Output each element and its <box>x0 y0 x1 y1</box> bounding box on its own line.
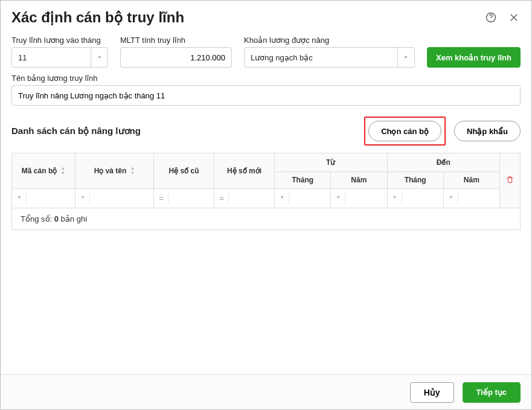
chevron-down-icon <box>397 48 414 67</box>
ten-bang-label: Tên bảng lương truy lĩnh <box>11 74 521 83</box>
ten-bang-group: Tên bảng lương truy lĩnh <box>1 68 531 106</box>
chevron-down-icon <box>91 48 107 67</box>
svg-point-1 <box>491 20 492 21</box>
filter-op: = <box>156 194 166 203</box>
filter-input[interactable] <box>231 189 272 208</box>
nhap-khau-button[interactable]: Nhập khẩu <box>454 121 521 141</box>
khoan-select[interactable]: Lương ngạch bậc <box>244 47 415 68</box>
filter-input[interactable] <box>460 189 497 208</box>
filter-input[interactable] <box>291 189 328 208</box>
col-ho-ten[interactable]: Họ và tên▲▼ <box>75 153 154 189</box>
col-delete <box>500 153 521 208</box>
filter-tu-thang[interactable]: * <box>275 189 330 208</box>
ten-bang-input-wrap <box>11 85 521 106</box>
data-table: Mã cán bộ▲▼ Họ và tên▲▼ Hệ số cũ Hệ số m… <box>11 153 521 230</box>
trash-icon[interactable] <box>505 178 514 186</box>
highlight-box: Chọn cán bộ <box>364 117 446 146</box>
continue-button[interactable]: Tiếp tục <box>463 382 521 403</box>
total-suffix: bản ghi <box>59 214 87 223</box>
filter-input[interactable] <box>404 189 441 208</box>
month-group: Truy lĩnh lương vào tháng 11 <box>11 36 108 68</box>
view-btn-group: Xem khoản truy lĩnh <box>427 47 521 68</box>
filter-ma-can-bo[interactable]: * <box>12 189 75 208</box>
month-label: Truy lĩnh lương vào tháng <box>11 36 108 45</box>
filter-op: * <box>390 194 400 203</box>
filter-input[interactable] <box>28 189 72 208</box>
month-select[interactable]: 11 <box>11 47 108 68</box>
col-tu-thang[interactable]: Tháng <box>275 171 331 188</box>
filter-den-nam[interactable]: * <box>444 189 499 208</box>
filter-he-so-moi[interactable]: = <box>214 189 274 208</box>
col-den-nam[interactable]: Năm <box>443 171 499 188</box>
chon-can-bo-button[interactable]: Chọn cán bộ <box>368 121 441 141</box>
filter-op: * <box>277 194 287 203</box>
modal-title: Xác định cán bộ truy lĩnh <box>11 9 484 26</box>
filter-input[interactable] <box>170 189 211 208</box>
filter-he-so-cu[interactable]: = <box>154 189 214 208</box>
filter-op: = <box>217 194 226 203</box>
filter-op: * <box>14 194 24 203</box>
col-label: Mã cán bộ <box>22 167 57 175</box>
col-den: Đến <box>387 153 500 171</box>
col-tu: Từ <box>275 153 388 171</box>
month-value: 11 <box>12 53 91 62</box>
mltt-input-wrap <box>120 47 232 68</box>
col-he-so-moi[interactable]: Hệ số mới <box>214 153 275 189</box>
mltt-label: MLTT tính truy lĩnh <box>120 36 232 45</box>
total-count: 0 <box>54 214 59 223</box>
filter-tu-nam[interactable]: * <box>331 189 386 208</box>
close-icon[interactable] <box>507 11 521 24</box>
modal-dialog: Xác định cán bộ truy lĩnh Truy lĩnh lươn… <box>0 0 532 410</box>
mltt-group: MLTT tính truy lĩnh <box>120 36 232 68</box>
col-he-so-cu[interactable]: Hệ số cũ <box>154 153 214 189</box>
filter-op: * <box>446 194 456 203</box>
khoan-value: Lương ngạch bậc <box>245 53 397 62</box>
header-actions <box>484 11 521 24</box>
sort-icon: ▲▼ <box>60 166 65 176</box>
view-khoan-button[interactable]: Xem khoản truy lĩnh <box>427 47 521 68</box>
help-icon[interactable] <box>484 11 498 24</box>
filter-input[interactable] <box>347 189 384 208</box>
section-header: Danh sách cán bộ nâng lương Chọn cán bộ … <box>1 106 531 150</box>
filter-den-thang[interactable]: * <box>388 189 443 208</box>
mltt-input[interactable] <box>121 48 231 67</box>
col-label: Hệ số cũ <box>168 167 199 175</box>
khoan-group: Khoản lương được nâng Lương ngạch bậc <box>244 36 415 68</box>
filter-op: * <box>78 194 88 203</box>
col-label: Hệ số mới <box>227 167 261 175</box>
col-label: Họ và tên <box>94 167 127 175</box>
col-den-thang[interactable]: Tháng <box>387 171 443 188</box>
form-row-top: Truy lĩnh lương vào tháng 11 MLTT tính t… <box>1 30 531 68</box>
total-prefix: Tổng số: <box>21 214 54 223</box>
ten-bang-input[interactable] <box>12 86 520 105</box>
col-tu-nam[interactable]: Năm <box>331 171 387 188</box>
sort-icon: ▲▼ <box>130 166 135 176</box>
total-row: Tổng số: 0 bản ghi <box>11 208 521 229</box>
col-ma-can-bo[interactable]: Mã cán bộ▲▼ <box>12 153 75 189</box>
filter-op: * <box>333 194 343 203</box>
section-title: Danh sách cán bộ nâng lương <box>11 126 356 136</box>
filter-input[interactable] <box>92 189 151 208</box>
khoan-label: Khoản lương được nâng <box>244 36 415 45</box>
filter-ho-ten[interactable]: * <box>75 189 153 208</box>
modal-header: Xác định cán bộ truy lĩnh <box>1 1 531 30</box>
cancel-button[interactable]: Hủy <box>410 382 454 403</box>
modal-footer: Hủy Tiếp tục <box>1 374 531 409</box>
